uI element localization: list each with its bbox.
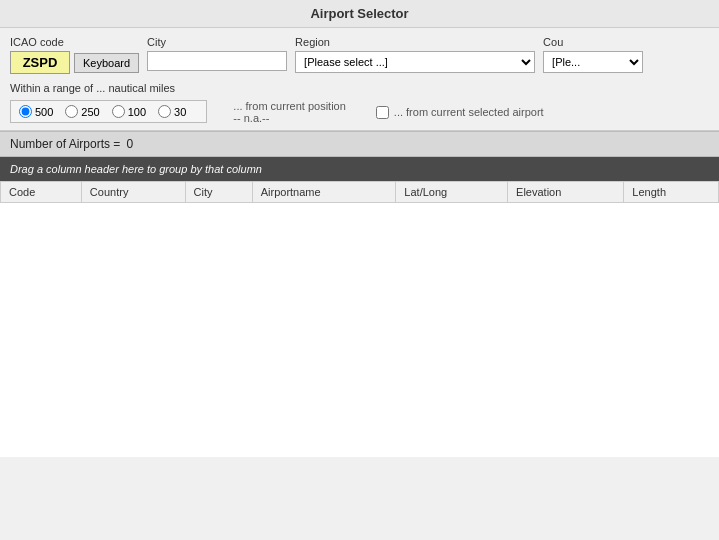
radio-30-label: 30 [174, 106, 186, 118]
col-elevation[interactable]: Elevation [508, 182, 624, 203]
radio-500[interactable]: 500 [19, 105, 53, 118]
col-length[interactable]: Length [624, 182, 719, 203]
airports-count-bar: Number of Airports = 0 [0, 131, 719, 157]
region-select[interactable]: [Please select ...] [295, 51, 535, 73]
icao-label: ICAO code [10, 36, 139, 48]
keyboard-button[interactable]: Keyboard [74, 53, 139, 73]
title-bar: Airport Selector [0, 0, 719, 28]
radio-group: 500 250 100 30 [10, 100, 207, 123]
col-airportname[interactable]: Airportname [252, 182, 396, 203]
col-city[interactable]: City [185, 182, 252, 203]
main-panel: ICAO code ZSPD Keyboard City Region [Ple… [0, 28, 719, 131]
radio-100[interactable]: 100 [112, 105, 146, 118]
airports-table: Code Country City Airportname Lat/Long E… [0, 181, 719, 203]
group-header-bar: Drag a column header here to group by th… [0, 157, 719, 181]
from-position-text: ... from current position [233, 100, 346, 112]
city-group: City [147, 36, 287, 71]
airports-count-label: Number of Airports = [10, 137, 120, 151]
country-select[interactable]: [Ple... [543, 51, 643, 73]
radio-100-input[interactable] [112, 105, 125, 118]
region-label: Region [295, 36, 535, 48]
radio-30-input[interactable] [158, 105, 171, 118]
icao-group: ICAO code ZSPD Keyboard [10, 36, 139, 74]
radio-250-label: 250 [81, 106, 99, 118]
col-latlng[interactable]: Lat/Long [396, 182, 508, 203]
radio-500-label: 500 [35, 106, 53, 118]
range-section: Within a range of ... nautical miles 500… [10, 82, 709, 124]
radio-30[interactable]: 30 [158, 105, 186, 118]
from-airport-row: ... from current selected airport [376, 106, 544, 119]
country-label: Cou [543, 36, 643, 48]
city-input[interactable] [147, 51, 287, 71]
radio-500-input[interactable] [19, 105, 32, 118]
table-header-row: Code Country City Airportname Lat/Long E… [1, 182, 719, 203]
col-code[interactable]: Code [1, 182, 82, 203]
radio-250-input[interactable] [65, 105, 78, 118]
table-container: Drag a column header here to group by th… [0, 157, 719, 457]
radio-250[interactable]: 250 [65, 105, 99, 118]
city-label: City [147, 36, 287, 48]
col-country[interactable]: Country [81, 182, 185, 203]
country-group: Cou [Ple... [543, 36, 643, 73]
from-airport-checkbox[interactable] [376, 106, 389, 119]
from-right: ... from current position -- n.a.-- [223, 100, 346, 124]
range-label: Within a range of ... nautical miles [10, 82, 709, 94]
app-title: Airport Selector [310, 6, 408, 21]
radio-100-label: 100 [128, 106, 146, 118]
na-text: -- n.a.-- [233, 112, 346, 124]
airports-count-value: 0 [126, 137, 133, 151]
icao-button[interactable]: ZSPD [10, 51, 70, 74]
from-airport-label: ... from current selected airport [394, 106, 544, 118]
region-group: Region [Please select ...] [295, 36, 535, 73]
